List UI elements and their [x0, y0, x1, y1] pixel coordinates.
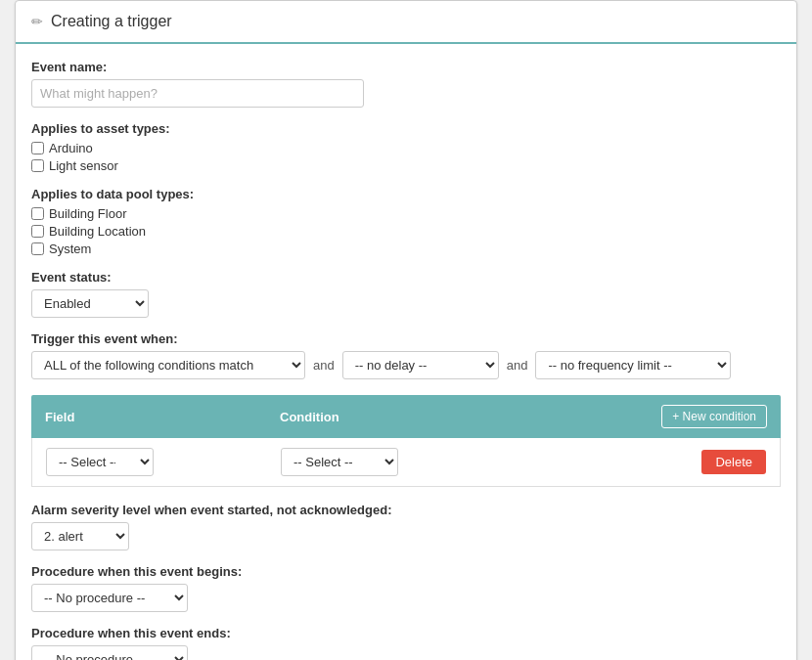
data-pool-building-location: Building Location [31, 224, 781, 239]
condition-field-cell: -- Select -- [46, 448, 281, 476]
alarm-severity-select[interactable]: 1. info 2. alert 3. critical [31, 522, 129, 550]
event-status-label: Event status: [31, 270, 781, 285]
field-select[interactable]: -- Select -- [46, 448, 154, 476]
procedure-begins-label: Procedure when this event begins: [31, 564, 781, 579]
asset-type-light-sensor-label: Light sensor [49, 158, 118, 173]
data-pool-building-floor-checkbox[interactable] [31, 207, 44, 220]
asset-type-arduino: Arduino [31, 141, 781, 155]
new-condition-button[interactable]: + New condition [661, 405, 767, 428]
asset-type-light-sensor: Light sensor [31, 158, 781, 173]
asset-type-arduino-checkbox[interactable] [31, 142, 44, 154]
condition-select[interactable]: -- Select -- [281, 448, 398, 476]
conditions-table: Field Condition + New condition -- Selec… [31, 395, 781, 487]
data-pool-building-floor-label: Building Floor [49, 206, 127, 221]
col-field-header: Field [45, 410, 280, 424]
card-header: ✏ Creating a trigger [16, 1, 796, 44]
col-condition-header: Condition [280, 410, 630, 424]
page-title: Creating a trigger [51, 13, 172, 30]
asset-types-group: Applies to asset types: Arduino Light se… [31, 121, 781, 173]
data-pool-system-checkbox[interactable] [31, 242, 44, 255]
create-trigger-card: ✏ Creating a trigger Event name: Applies… [15, 0, 797, 660]
condition-row: -- Select -- -- Select -- Delete [31, 438, 781, 487]
asset-type-light-sensor-checkbox[interactable] [31, 159, 44, 172]
event-name-input[interactable] [31, 79, 364, 108]
data-pool-building-location-label: Building Location [49, 224, 146, 239]
procedure-ends-select[interactable]: -- No procedure -- [31, 645, 188, 660]
procedure-begins-group: Procedure when this event begins: -- No … [31, 564, 781, 612]
alarm-severity-label: Alarm severity level when event started,… [31, 503, 781, 517]
card-body: Event name: Applies to asset types: Ardu… [16, 44, 796, 660]
alarm-severity-group: Alarm severity level when event started,… [31, 503, 781, 550]
delay-select[interactable]: -- no delay -- 5 minutes 10 minutes 30 m… [342, 351, 499, 379]
event-name-label: Event name: [31, 60, 781, 74]
trigger-when-label: Trigger this event when: [31, 331, 781, 346]
event-status-group: Event status: Enabled Disabled [31, 270, 781, 318]
and-label-2: and [507, 358, 528, 373]
frequency-select[interactable]: -- no frequency limit -- Once per hour O… [535, 351, 731, 379]
event-status-select[interactable]: Enabled Disabled [31, 289, 149, 318]
data-pool-types-label: Applies to data pool types: [31, 187, 781, 201]
event-name-group: Event name: [31, 60, 781, 108]
condition-condition-cell: -- Select -- [281, 448, 629, 476]
procedure-ends-group: Procedure when this event ends: -- No pr… [31, 626, 781, 660]
condition-delete-cell: Delete [629, 450, 766, 474]
procedure-begins-select[interactable]: -- No procedure -- [31, 584, 188, 612]
asset-type-arduino-label: Arduino [49, 141, 93, 155]
data-pool-building-location-checkbox[interactable] [31, 225, 44, 238]
data-pool-system-label: System [49, 242, 91, 256]
data-pool-building-floor: Building Floor [31, 206, 781, 221]
asset-types-label: Applies to asset types: [31, 121, 781, 136]
procedure-ends-label: Procedure when this event ends: [31, 626, 781, 640]
delete-button[interactable]: Delete [701, 450, 766, 474]
asset-types-checkboxes: Arduino Light sensor [31, 141, 781, 173]
data-pool-system: System [31, 242, 781, 256]
trigger-when-group: Trigger this event when: ALL of the foll… [31, 331, 781, 379]
pencil-icon: ✏ [31, 14, 43, 29]
and-label-1: and [313, 358, 335, 373]
data-pool-checkboxes: Building Floor Building Location System [31, 206, 781, 256]
trigger-when-row: ALL of the following conditions match AN… [31, 351, 781, 379]
trigger-condition-select[interactable]: ALL of the following conditions match AN… [31, 351, 305, 379]
conditions-header: Field Condition + New condition [31, 395, 781, 438]
col-action-header: + New condition [630, 405, 767, 428]
data-pool-types-group: Applies to data pool types: Building Flo… [31, 187, 781, 256]
